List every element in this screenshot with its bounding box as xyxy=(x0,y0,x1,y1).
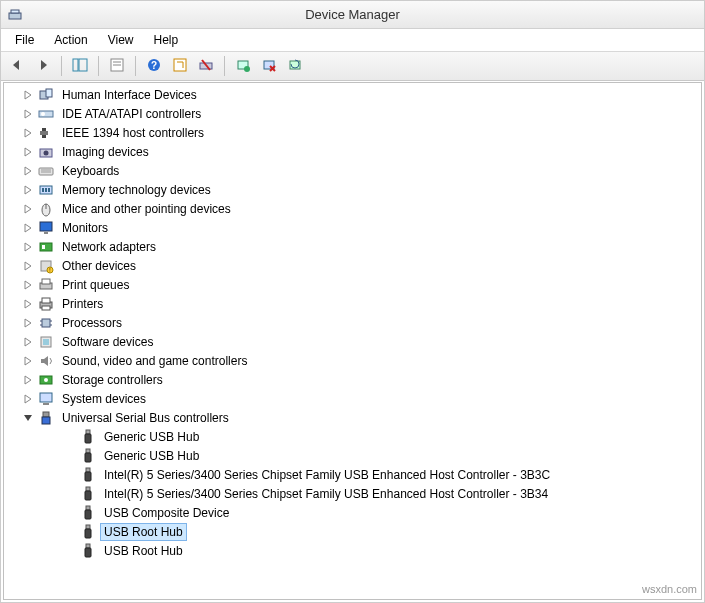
toolbar-separator xyxy=(98,56,99,76)
menu-view[interactable]: View xyxy=(98,31,144,49)
tree-category[interactable]: Imaging devices xyxy=(4,142,701,161)
chevron-right-icon[interactable] xyxy=(22,336,34,348)
tree-item[interactable]: USB Root Hub xyxy=(4,522,701,541)
tree-category[interactable]: Network adapters xyxy=(4,237,701,256)
chevron-right-icon[interactable] xyxy=(22,317,34,329)
svg-rect-33 xyxy=(40,222,52,231)
chevron-right-icon[interactable] xyxy=(22,393,34,405)
tree-category[interactable]: IEEE 1394 host controllers xyxy=(4,123,701,142)
tree-category[interactable]: Universal Serial Bus controllers xyxy=(4,408,701,427)
tree-category-label: Keyboards xyxy=(58,162,123,180)
arrow-left-icon xyxy=(9,58,25,75)
tree-category-label: System devices xyxy=(58,390,150,408)
show-hide-tree-button[interactable] xyxy=(68,54,92,78)
tree-category[interactable]: IDE ATA/ATAPI controllers xyxy=(4,104,701,123)
chevron-right-icon[interactable] xyxy=(22,203,34,215)
chevron-right-icon[interactable] xyxy=(22,355,34,367)
chevron-right-icon[interactable] xyxy=(22,374,34,386)
device-tree[interactable]: Human Interface DevicesIDE ATA/ATAPI con… xyxy=(3,82,702,600)
tree-category-label: Print queues xyxy=(58,276,133,294)
svg-rect-29 xyxy=(45,188,47,192)
svg-rect-58 xyxy=(86,430,90,434)
refresh-button[interactable] xyxy=(168,54,192,78)
remove-button[interactable] xyxy=(194,54,218,78)
svg-rect-0 xyxy=(9,13,21,19)
update-button[interactable] xyxy=(283,54,307,78)
tree-item[interactable]: USB Root Hub xyxy=(4,541,701,560)
svg-rect-17 xyxy=(46,89,52,97)
tree-category-label: Imaging devices xyxy=(58,143,153,161)
svg-point-19 xyxy=(41,112,45,116)
network-icon xyxy=(38,239,54,255)
usb-device-icon xyxy=(80,486,96,502)
svg-rect-60 xyxy=(86,449,90,453)
uninstall-button[interactable] xyxy=(257,54,281,78)
properties-icon xyxy=(109,58,125,75)
toolbar-separator xyxy=(61,56,62,76)
tree-category[interactable]: Storage controllers xyxy=(4,370,701,389)
svg-rect-66 xyxy=(86,506,90,510)
usb-device-icon xyxy=(80,429,96,445)
tree-category[interactable]: Processors xyxy=(4,313,701,332)
chevron-right-icon[interactable] xyxy=(22,165,34,177)
tree-category[interactable]: Human Interface Devices xyxy=(4,85,701,104)
chevron-right-icon[interactable] xyxy=(22,184,34,196)
menu-action[interactable]: Action xyxy=(44,31,97,49)
tree-category[interactable]: Software devices xyxy=(4,332,701,351)
svg-rect-44 xyxy=(42,306,50,310)
chevron-right-icon[interactable] xyxy=(22,108,34,120)
svg-rect-54 xyxy=(40,393,52,402)
tree-item[interactable]: Generic USB Hub xyxy=(4,446,701,465)
chevron-right-icon[interactable] xyxy=(22,89,34,101)
svg-rect-34 xyxy=(44,232,48,234)
chevron-right-icon[interactable] xyxy=(22,241,34,253)
usb-device-icon xyxy=(80,505,96,521)
chevron-right-icon[interactable] xyxy=(22,260,34,272)
properties-button[interactable] xyxy=(105,54,129,78)
toolbar: ? xyxy=(1,51,704,81)
sound-icon xyxy=(38,353,54,369)
svg-rect-2 xyxy=(73,59,78,71)
tree-item[interactable]: Generic USB Hub xyxy=(4,427,701,446)
printqueue-icon xyxy=(38,277,54,293)
chevron-right-icon[interactable] xyxy=(22,127,34,139)
svg-rect-68 xyxy=(86,525,90,529)
scan-button[interactable] xyxy=(231,54,255,78)
tree-item[interactable]: Intel(R) 5 Series/3400 Series Chipset Fa… xyxy=(4,465,701,484)
svg-rect-9 xyxy=(174,59,186,71)
tree-category[interactable]: Keyboards xyxy=(4,161,701,180)
tree-category[interactable]: Monitors xyxy=(4,218,701,237)
tree-category-label: Network adapters xyxy=(58,238,160,256)
chevron-right-icon[interactable] xyxy=(22,279,34,291)
tree-category[interactable]: Sound, video and game controllers xyxy=(4,351,701,370)
svg-point-23 xyxy=(44,150,49,155)
window-title: Device Manager xyxy=(305,7,400,22)
usb-device-icon xyxy=(80,543,96,559)
tree-category[interactable]: Printers xyxy=(4,294,701,313)
svg-rect-59 xyxy=(85,434,91,443)
tree-category[interactable]: !Other devices xyxy=(4,256,701,275)
tree-category[interactable]: System devices xyxy=(4,389,701,408)
app-icon xyxy=(7,7,23,23)
system-icon xyxy=(38,391,54,407)
tree-category[interactable]: Mice and other pointing devices xyxy=(4,199,701,218)
help-button[interactable]: ? xyxy=(142,54,166,78)
back-button[interactable] xyxy=(5,54,29,78)
tree-item[interactable]: USB Composite Device xyxy=(4,503,701,522)
chevron-right-icon[interactable] xyxy=(22,146,34,158)
tree-item[interactable]: Intel(R) 5 Series/3400 Series Chipset Fa… xyxy=(4,484,701,503)
menu-file[interactable]: File xyxy=(5,31,44,49)
chevron-down-icon[interactable] xyxy=(22,412,34,424)
svg-point-13 xyxy=(244,66,250,72)
svg-rect-56 xyxy=(43,412,49,417)
printer-icon xyxy=(38,296,54,312)
tree-category-label: Memory technology devices xyxy=(58,181,215,199)
tree-item-label: USB Composite Device xyxy=(100,504,233,522)
forward-button[interactable] xyxy=(31,54,55,78)
svg-rect-70 xyxy=(86,544,90,548)
chevron-right-icon[interactable] xyxy=(22,298,34,310)
tree-category[interactable]: Print queues xyxy=(4,275,701,294)
menu-help[interactable]: Help xyxy=(144,31,189,49)
tree-category[interactable]: Memory technology devices xyxy=(4,180,701,199)
chevron-right-icon[interactable] xyxy=(22,222,34,234)
